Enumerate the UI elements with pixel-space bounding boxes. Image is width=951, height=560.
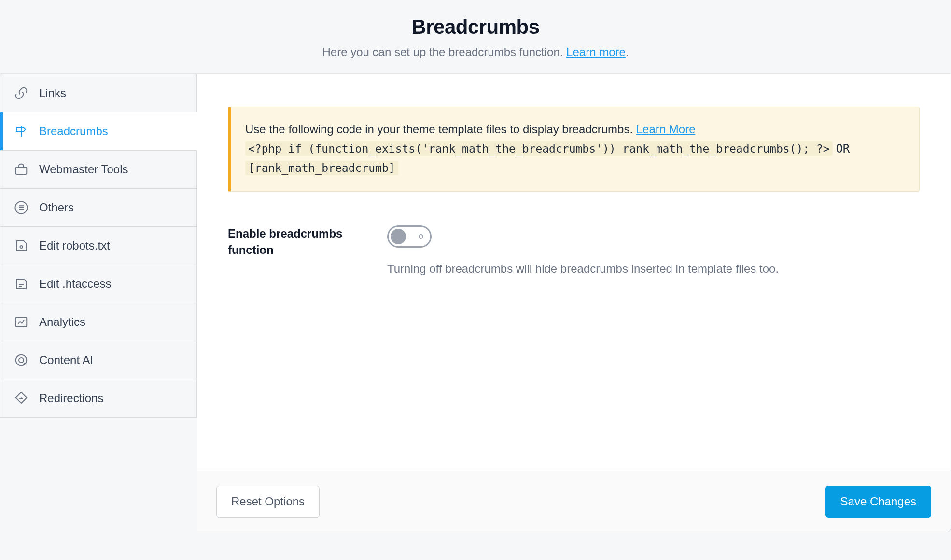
page-subtitle: Here you can set up the breadcrumbs func…: [0, 45, 951, 59]
page-title: Breadcrumbs: [0, 15, 951, 39]
save-changes-button[interactable]: Save Changes: [825, 486, 931, 518]
sidebar-item-label: Breadcrumbs: [39, 125, 108, 138]
sidebar-item-label: Edit robots.txt: [39, 239, 110, 252]
sidebar-item-label: Content AI: [39, 353, 93, 367]
analytics-icon: [13, 314, 29, 330]
sidebar-item-webmaster-tools[interactable]: Webmaster Tools: [0, 151, 197, 189]
learn-more-link[interactable]: Learn more: [566, 45, 626, 58]
sidebar-item-content-ai[interactable]: Content AI: [0, 341, 197, 379]
notice-php-code: <?php if (function_exists('rank_math_the…: [245, 141, 833, 156]
sidebar-item-links[interactable]: Links: [0, 74, 197, 112]
redirection-icon: [13, 390, 29, 406]
toolbox-icon: [13, 161, 29, 178]
sidebar-item-edit-robots[interactable]: Edit robots.txt: [0, 227, 197, 265]
sidebar-item-others[interactable]: Others: [0, 189, 197, 227]
sidebar-item-label: Others: [39, 201, 74, 214]
sidebar-item-label: Links: [39, 86, 66, 100]
reset-options-button[interactable]: Reset Options: [216, 486, 320, 518]
sidebar-item-label: Analytics: [39, 315, 85, 329]
panel-footer: Reset Options Save Changes: [197, 471, 951, 532]
file-icon: [13, 276, 29, 292]
main-panel: Use the following code in your theme tem…: [197, 74, 951, 532]
subtitle-text: Here you can set up the breadcrumbs func…: [322, 45, 566, 58]
sidebar-item-label: Edit .htaccess: [39, 277, 111, 291]
signpost-icon: [13, 123, 29, 140]
list-circle-icon: [13, 199, 29, 216]
toggle-knob: [391, 229, 406, 244]
ai-target-icon: [13, 352, 29, 368]
svg-point-5: [19, 358, 24, 363]
page-header: Breadcrumbs Here you can set up the brea…: [0, 0, 951, 74]
svg-point-2: [20, 246, 23, 248]
links-icon: [13, 85, 29, 101]
notice-or-text: OR: [836, 142, 850, 155]
sidebar-item-analytics[interactable]: Analytics: [0, 303, 197, 341]
toggle-off-indicator: [419, 234, 423, 239]
settings-sidebar: Links Breadcrumbs Webm: [0, 74, 197, 418]
svg-rect-0: [16, 167, 27, 174]
robots-file-icon: [13, 238, 29, 254]
sidebar-item-breadcrumbs[interactable]: Breadcrumbs: [0, 112, 197, 151]
enable-breadcrumbs-toggle[interactable]: [387, 225, 432, 248]
setting-label: Enable breadcrumbs function: [228, 225, 373, 258]
sidebar-item-redirections[interactable]: Redirections: [0, 379, 197, 418]
subtitle-suffix: .: [626, 45, 629, 58]
sidebar-item-label: Webmaster Tools: [39, 163, 128, 176]
sidebar-item-label: Redirections: [39, 392, 103, 405]
setting-help-text: Turning off breadcrumbs will hide breadc…: [387, 262, 920, 276]
notice-learn-more-link[interactable]: Learn More: [636, 123, 696, 136]
notice-shortcode: [rank_math_breadcrumb]: [245, 161, 398, 175]
sidebar-item-edit-htaccess[interactable]: Edit .htaccess: [0, 265, 197, 303]
setting-enable-breadcrumbs: Enable breadcrumbs function Turning off …: [228, 225, 920, 276]
code-notice: Use the following code in your theme tem…: [228, 107, 920, 192]
notice-text: Use the following code in your theme tem…: [245, 123, 636, 136]
